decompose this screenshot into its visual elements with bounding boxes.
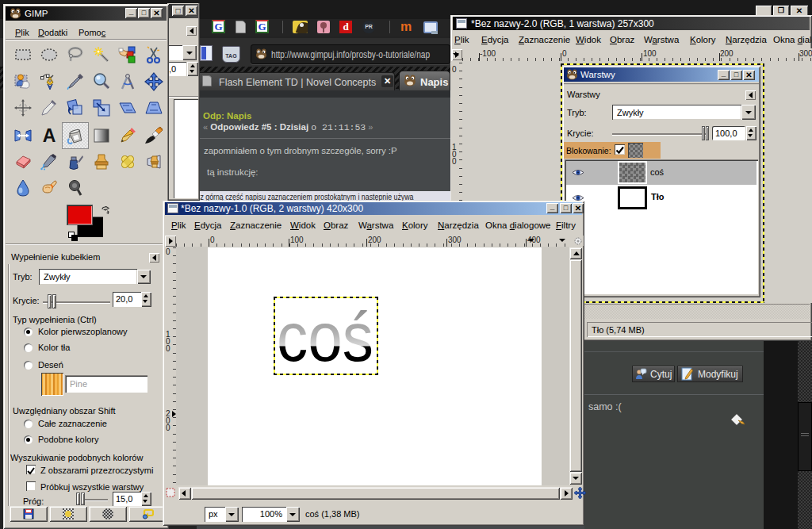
- svg-text:A: A: [43, 126, 56, 145]
- svg-text:coś: coś: [277, 297, 373, 375]
